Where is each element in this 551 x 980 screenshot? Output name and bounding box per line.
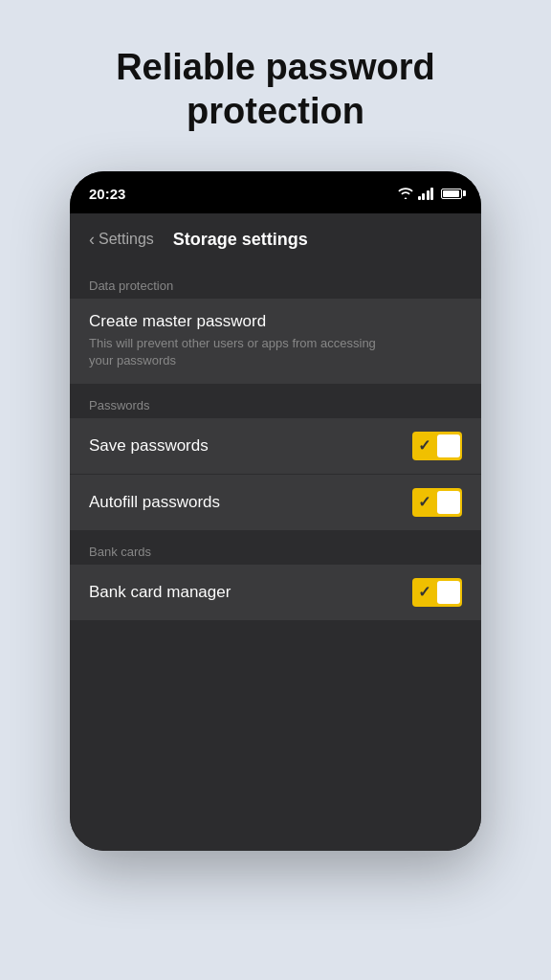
item-title-bank-card-manager: Bank card manager [89, 583, 412, 602]
status-time: 20:23 [89, 186, 125, 202]
toggle-bank-card-manager[interactable]: ✓ [412, 578, 462, 607]
signal-icon [418, 187, 434, 200]
wifi-icon [397, 187, 414, 200]
toggle-thumb [437, 491, 460, 514]
settings-content: Data protection Create master password T… [70, 265, 481, 851]
toggle-thumb [437, 581, 460, 604]
phone-frame: 20:23 ‹ Settings St [70, 171, 481, 851]
item-title-autofill-passwords: Autofill passwords [89, 493, 412, 512]
toggle-checkmark-icon: ✓ [418, 436, 430, 455]
list-item-bank-card-manager[interactable]: Bank card manager ✓ [70, 565, 481, 621]
section-header-passwords: Passwords [70, 385, 481, 418]
nav-bar: ‹ Settings Storage settings [70, 213, 481, 265]
back-chevron-icon: ‹ [89, 230, 95, 250]
section-header-data-protection: Data protection [70, 265, 481, 299]
toggle-switch-autofill-passwords[interactable]: ✓ [412, 488, 462, 517]
list-item-content: Autofill passwords [89, 493, 412, 512]
battery-icon [441, 189, 462, 199]
item-subtitle-create-master-password: This will prevent other users or apps fr… [89, 335, 395, 369]
toggle-switch-save-passwords[interactable]: ✓ [412, 432, 462, 460]
list-item-save-passwords[interactable]: Save passwords ✓ [70, 418, 481, 475]
section-header-bank-cards: Bank cards [70, 531, 481, 565]
list-item-content: Save passwords [89, 436, 412, 456]
nav-back-button[interactable]: ‹ Settings [89, 230, 154, 250]
list-item-autofill-passwords[interactable]: Autofill passwords ✓ [70, 475, 481, 531]
list-item-content: Bank card manager [89, 583, 412, 602]
nav-title: Storage settings [173, 230, 308, 250]
status-bar: 20:23 [70, 171, 481, 213]
toggle-checkmark-icon: ✓ [418, 493, 430, 511]
toggle-checkmark-icon: ✓ [418, 583, 430, 601]
list-item-content: Create master password This will prevent… [89, 312, 462, 369]
toggle-save-passwords[interactable]: ✓ [412, 432, 462, 460]
item-title-save-passwords: Save passwords [89, 436, 412, 456]
toggle-switch-bank-card-manager[interactable]: ✓ [412, 578, 462, 607]
nav-back-label[interactable]: Settings [99, 231, 154, 248]
list-item-create-master-password[interactable]: Create master password This will prevent… [70, 299, 481, 384]
item-title-create-master-password: Create master password [89, 312, 462, 331]
page-title: Reliable password protection [77, 46, 474, 133]
toggle-thumb [437, 434, 460, 457]
status-icons [397, 187, 463, 200]
toggle-autofill-passwords[interactable]: ✓ [412, 488, 462, 517]
